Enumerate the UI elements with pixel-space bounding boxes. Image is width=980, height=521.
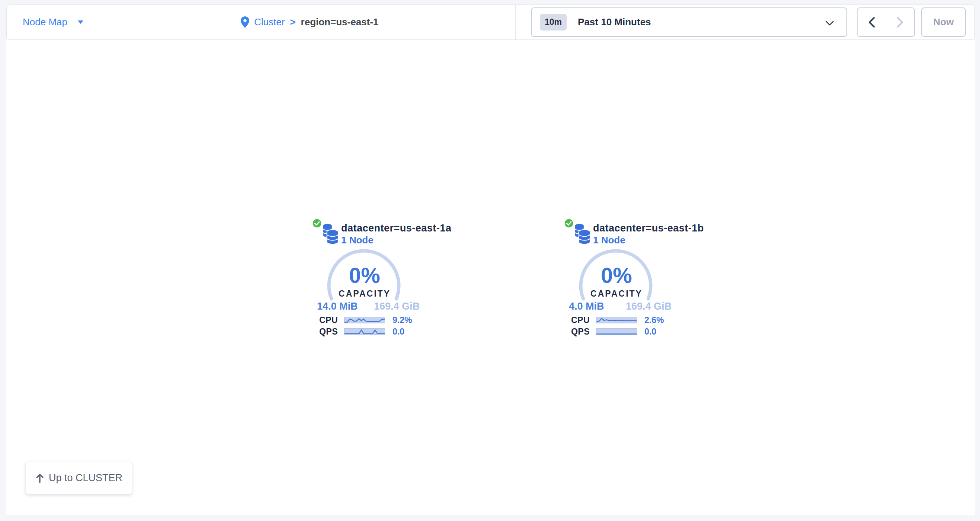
time-range-label: Past 10 Minutes: [578, 16, 651, 28]
cpu-label: CPU: [561, 315, 590, 325]
location-pin-icon: [240, 16, 250, 28]
arrow-up-icon: [35, 473, 44, 483]
cpu-label: CPU: [309, 315, 338, 325]
chevron-down-icon: [826, 21, 834, 27]
health-check-icon: [312, 218, 322, 228]
up-to-cluster-button[interactable]: Up to CLUSTER: [25, 462, 132, 494]
qps-label: QPS: [561, 327, 590, 337]
locality-node-count: 1 Node: [341, 234, 374, 245]
topbar: Node Map Cluster > region=us-east-1 10m …: [6, 5, 975, 40]
locality-title: datacenter=us-east-1b: [593, 223, 704, 234]
locality-metrics: CPU 9.2% QPS 0.0: [309, 316, 420, 339]
time-now-button[interactable]: Now: [921, 8, 966, 37]
qps-sparkline: [344, 328, 385, 335]
chevron-left-icon: [869, 17, 875, 28]
qps-sparkline: [596, 328, 637, 335]
qps-metric-row: QPS 0.0: [309, 328, 420, 335]
chevron-right-icon: [897, 17, 904, 28]
locality-card-us-east-1b[interactable]: datacenter=us-east-1b 1 Node 0% CAPACITY…: [561, 218, 672, 342]
qps-metric-row: QPS 0.0: [561, 328, 672, 335]
qps-label: QPS: [309, 327, 338, 337]
capacity-caption: CAPACITY: [561, 289, 672, 298]
time-step-buttons: [857, 8, 915, 37]
database-stack-icon: [322, 223, 339, 245]
time-next-button[interactable]: [886, 8, 915, 36]
cpu-value: 9.2%: [393, 315, 412, 325]
capacity-percent: 0%: [561, 264, 672, 287]
time-prev-button[interactable]: [858, 8, 886, 36]
capacity-used: 14.0 MiB: [317, 301, 358, 312]
up-button-label: Up to CLUSTER: [49, 472, 123, 484]
chevron-down-icon: [78, 21, 83, 24]
locality-card-us-east-1a[interactable]: datacenter=us-east-1a 1 Node 0% CAPACITY…: [309, 218, 420, 342]
database-stack-icon: [574, 223, 590, 245]
time-range-dropdown[interactable]: 10m Past 10 Minutes: [531, 8, 847, 37]
locality-metrics: CPU 2.6% QPS 0.0: [561, 316, 672, 339]
cpu-value: 2.6%: [644, 315, 664, 325]
capacity-percent: 0%: [309, 264, 420, 287]
cpu-sparkline: [596, 317, 637, 323]
cpu-metric-row: CPU 2.6%: [561, 316, 672, 324]
view-mode-label: Node Map: [23, 16, 67, 28]
health-check-icon: [564, 218, 574, 228]
capacity-total: 169.4 GiB: [374, 301, 420, 312]
locality-title: datacenter=us-east-1a: [341, 223, 451, 234]
capacity-values: 4.0 MiB 169.4 GiB: [569, 301, 671, 312]
cpu-metric-row: CPU 9.2%: [309, 316, 420, 324]
view-mode-dropdown[interactable]: Node Map: [23, 5, 83, 40]
breadcrumb-current: region=us-east-1: [301, 16, 379, 28]
capacity-used: 4.0 MiB: [569, 301, 604, 312]
breadcrumb-separator: >: [290, 16, 296, 28]
qps-value: 0.0: [393, 327, 404, 337]
breadcrumb-cluster-link[interactable]: Cluster: [254, 16, 285, 28]
breadcrumb: Cluster > region=us-east-1: [240, 5, 379, 40]
locality-node-count: 1 Node: [593, 234, 625, 245]
time-range-badge: 10m: [540, 14, 566, 30]
qps-value: 0.0: [644, 327, 656, 337]
cpu-sparkline: [344, 317, 385, 323]
capacity-caption: CAPACITY: [309, 289, 420, 298]
capacity-total: 169.4 GiB: [626, 301, 671, 312]
capacity-values: 14.0 MiB 169.4 GiB: [317, 301, 420, 312]
node-map-page: Node Map Cluster > region=us-east-1 10m …: [0, 0, 980, 521]
node-map-canvas: datacenter=us-east-1a 1 Node 0% CAPACITY…: [6, 40, 975, 515]
